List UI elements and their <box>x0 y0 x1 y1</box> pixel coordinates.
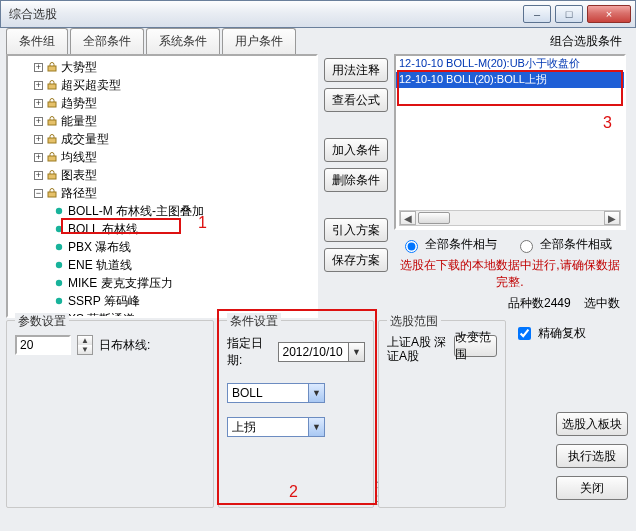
svg-point-11 <box>56 262 62 268</box>
chevron-down-icon[interactable]: ▼ <box>348 343 364 361</box>
change-scope-button[interactable]: 改变范围 <box>454 335 497 357</box>
param-spinner[interactable]: ▲ ▼ <box>77 335 93 355</box>
tree-node[interactable]: +大势型 <box>10 58 314 76</box>
minus-icon[interactable]: − <box>34 189 43 198</box>
titlebar[interactable]: 综合选股 – □ × <box>0 0 636 28</box>
spin-up-icon[interactable]: ▲ <box>78 336 92 345</box>
radio-and[interactable]: 全部条件相与 <box>400 236 497 253</box>
view-formula-button[interactable]: 查看公式 <box>324 88 388 112</box>
tree-node[interactable]: +成交量型 <box>10 130 314 148</box>
date-label: 指定日期: <box>227 335 272 369</box>
tree-node[interactable]: +趋势型 <box>10 94 314 112</box>
svg-rect-2 <box>48 102 56 107</box>
select-to-board-button[interactable]: 选股入板块 <box>556 412 628 436</box>
tree-leaf[interactable]: ENE 轨道线 <box>10 256 314 274</box>
conditions-list[interactable]: 12-10-10 BOLL-M(20):UB小于收盘价 12-10-10 BOL… <box>394 54 626 230</box>
lock-icon <box>47 170 57 180</box>
scope-group: 选股范围 上证A股 深证A股 改变范围 <box>378 320 506 508</box>
tree-label: 图表型 <box>61 167 97 184</box>
scroll-right-icon[interactable]: ▶ <box>604 211 620 225</box>
plus-icon[interactable]: + <box>34 99 43 108</box>
tree-leaf[interactable]: SSRP 筹码峰 <box>10 292 314 310</box>
plus-icon[interactable]: + <box>34 81 43 90</box>
save-scheme-button[interactable]: 保存方案 <box>324 248 388 272</box>
lock-icon <box>47 134 57 144</box>
horizontal-scrollbar[interactable]: ◀ ▶ <box>399 210 621 226</box>
tree-leaf[interactable]: BOLL 布林线 <box>10 220 314 238</box>
condset-group: 条件设置 指定日期: 2012/10/10 ▼ BOLL ▼ 上拐 ▼ 2 选股… <box>218 320 374 508</box>
svg-point-9 <box>56 226 62 232</box>
run-select-button[interactable]: 执行选股 <box>556 444 628 468</box>
tree-label: ENE 轨道线 <box>68 257 132 274</box>
leaf-icon <box>54 206 64 216</box>
tab-system[interactable]: 系统条件 <box>146 28 220 54</box>
svg-rect-6 <box>48 174 56 179</box>
dd2-value: 上拐 <box>232 419 256 436</box>
import-scheme-button[interactable]: 引入方案 <box>324 218 388 242</box>
tree-label: 大势型 <box>61 59 97 76</box>
count-label-b: 选中数 <box>584 296 620 310</box>
scroll-track[interactable] <box>416 211 604 225</box>
usage-button[interactable]: 用法注释 <box>324 58 388 82</box>
plus-icon[interactable]: + <box>34 63 43 72</box>
param-value-field[interactable]: 20 <box>15 335 71 355</box>
condition-row[interactable]: 12-10-10 BOLL-M(20):UB小于收盘价 <box>396 56 624 72</box>
tree-node[interactable]: +均线型 <box>10 148 314 166</box>
radio-and-input[interactable] <box>405 240 418 253</box>
count-val-a: 2449 <box>544 296 571 310</box>
condition-row-selected[interactable]: 12-10-10 BOLL(20):BOLL上拐 <box>396 72 624 88</box>
tree-node[interactable]: +能量型 <box>10 112 314 130</box>
tab-group[interactable]: 条件组 <box>6 28 68 54</box>
lock-icon <box>47 62 57 72</box>
svg-rect-4 <box>48 138 56 143</box>
scroll-left-icon[interactable]: ◀ <box>400 211 416 225</box>
lock-icon <box>47 188 57 198</box>
right-column: 精确复权 选股入板块 执行选股 关闭 <box>510 320 630 508</box>
tree-leaf[interactable]: BOLL-M 布林线-主图叠加 <box>10 202 314 220</box>
svg-rect-7 <box>48 192 56 197</box>
close-button[interactable]: 关闭 <box>556 476 628 500</box>
tab-bar: 条件组 全部条件 系统条件 用户条件 组合选股条件 <box>0 28 636 54</box>
tree-leaf[interactable]: PBX 瀑布线 <box>10 238 314 256</box>
lock-icon <box>47 98 57 108</box>
tree-panel[interactable]: +大势型 +超买超卖型 +趋势型 +能量型 +成交量型 +均线型 +图表型 −路… <box>6 54 318 318</box>
tab-user[interactable]: 用户条件 <box>222 28 296 54</box>
plus-icon[interactable]: + <box>34 171 43 180</box>
plus-icon[interactable]: + <box>34 153 43 162</box>
tree-label: 成交量型 <box>61 131 109 148</box>
add-condition-button[interactable]: 加入条件 <box>324 138 388 162</box>
spin-down-icon[interactable]: ▼ <box>78 345 92 354</box>
chevron-down-icon[interactable]: ▼ <box>308 418 324 436</box>
tree-label: 能量型 <box>61 113 97 130</box>
button-column: 用法注释 查看公式 加入条件 删除条件 引入方案 保存方案 <box>318 54 392 318</box>
scope-text: 上证A股 深证A股 <box>387 335 448 363</box>
radio-or-input[interactable] <box>520 240 533 253</box>
scope-legend: 选股范围 <box>387 313 441 330</box>
tree-label: PBX 瀑布线 <box>68 239 131 256</box>
plus-icon[interactable]: + <box>34 135 43 144</box>
maximize-button[interactable]: □ <box>555 5 583 23</box>
leaf-icon <box>54 278 64 288</box>
window-title: 综合选股 <box>9 6 523 23</box>
svg-point-13 <box>56 298 62 304</box>
close-window-button[interactable]: × <box>587 5 631 23</box>
radio-or[interactable]: 全部条件相或 <box>515 236 612 253</box>
direction-dropdown[interactable]: 上拐 ▼ <box>227 417 325 437</box>
chevron-down-icon[interactable]: ▼ <box>308 384 324 402</box>
precise-checkbox[interactable] <box>518 327 531 340</box>
boll-dropdown[interactable]: BOLL ▼ <box>227 383 325 403</box>
counter-row: 品种数2449 选中数 <box>394 293 626 312</box>
tree-label: MIKE 麦克支撑压力 <box>68 275 173 292</box>
minimize-button[interactable]: – <box>523 5 551 23</box>
tree-node[interactable]: +图表型 <box>10 166 314 184</box>
date-dropdown[interactable]: 2012/10/10 ▼ <box>278 342 365 362</box>
tree-node-open[interactable]: −路径型 <box>10 184 314 202</box>
tree-leaf[interactable]: MIKE 麦克支撑压力 <box>10 274 314 292</box>
scroll-thumb[interactable] <box>418 212 450 224</box>
plus-icon[interactable]: + <box>34 117 43 126</box>
svg-point-10 <box>56 244 62 250</box>
tab-all[interactable]: 全部条件 <box>70 28 144 54</box>
tree-node[interactable]: +超买超卖型 <box>10 76 314 94</box>
svg-rect-5 <box>48 156 56 161</box>
delete-condition-button[interactable]: 删除条件 <box>324 168 388 192</box>
